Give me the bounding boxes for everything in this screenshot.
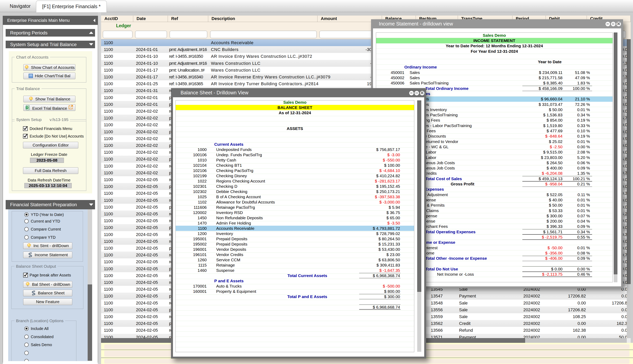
svg-text:X: X bbox=[26, 106, 28, 109]
